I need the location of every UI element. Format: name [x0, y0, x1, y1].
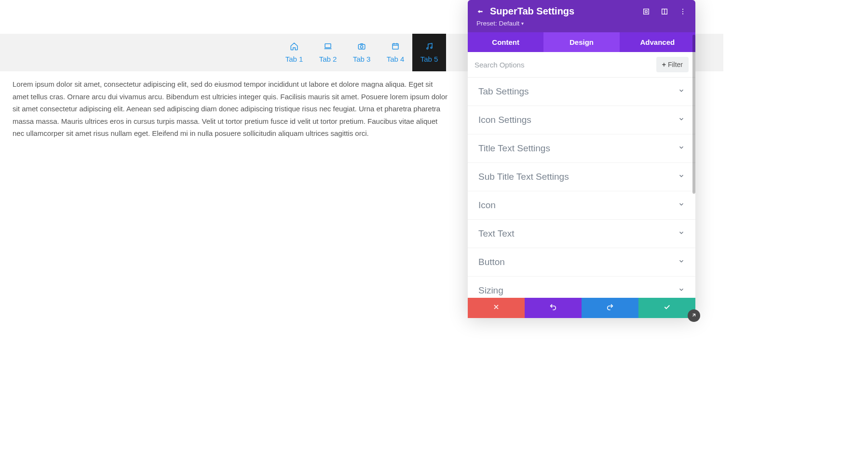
undo-button[interactable] — [525, 298, 582, 318]
back-icon[interactable] — [476, 8, 484, 15]
calendar-icon — [391, 42, 400, 52]
camera-icon — [357, 42, 366, 52]
svg-rect-0 — [325, 44, 331, 48]
save-button[interactable] — [638, 298, 695, 318]
home-icon — [290, 42, 298, 52]
filter-label: Filter — [668, 61, 683, 68]
panel-tabs: Content Design Advanced — [468, 32, 695, 52]
chevron-down-icon — [678, 144, 685, 153]
search-input[interactable] — [475, 61, 656, 69]
check-icon — [663, 303, 671, 313]
tab-label: Tab 4 — [387, 55, 405, 63]
section-icon-settings[interactable]: Icon Settings — [468, 106, 695, 134]
tab-label: Tab 2 — [319, 55, 337, 63]
section-title: Button — [478, 257, 505, 267]
chevron-down-icon — [678, 229, 685, 238]
preset-selector[interactable]: Preset: Default ▾ — [476, 20, 524, 27]
svg-rect-7 — [645, 11, 647, 13]
tab-content-body: Lorem ipsum dolor sit amet, consectetur … — [0, 71, 463, 146]
section-button[interactable]: Button — [468, 248, 695, 277]
redo-button[interactable] — [582, 298, 638, 318]
search-row: + Filter — [468, 52, 695, 78]
panel-title: SuperTab Settings — [490, 6, 637, 17]
tab-label: Tab 3 — [353, 55, 371, 63]
section-text-text[interactable]: Text Text — [468, 220, 695, 248]
tab-label: Tab 5 — [420, 55, 438, 63]
panel-tab-content[interactable]: Content — [468, 32, 543, 52]
section-title-text-settings[interactable]: Title Text Settings — [468, 134, 695, 163]
section-icon[interactable]: Icon — [468, 191, 695, 220]
section-title: Icon — [478, 200, 496, 211]
preset-label: Preset: Default — [476, 20, 519, 27]
svg-rect-1 — [358, 44, 365, 49]
chevron-down-icon — [678, 201, 685, 210]
expand-icon[interactable] — [642, 8, 650, 15]
section-title: Text Text — [478, 228, 515, 239]
more-icon[interactable] — [679, 8, 687, 15]
redo-icon — [606, 303, 614, 313]
chevron-down-icon — [678, 286, 685, 295]
svg-rect-3 — [393, 44, 398, 49]
section-title: Tab Settings — [478, 86, 529, 97]
section-tab-settings[interactable]: Tab Settings — [468, 78, 695, 106]
svg-point-11 — [682, 13, 683, 14]
close-icon — [493, 304, 500, 312]
svg-point-5 — [431, 47, 432, 49]
section-title: Title Text Settings — [478, 143, 550, 154]
svg-point-9 — [682, 9, 683, 10]
panel-tab-design[interactable]: Design — [543, 32, 619, 52]
undo-icon — [549, 303, 557, 313]
tab-3[interactable]: Tab 3 — [345, 34, 379, 71]
svg-point-10 — [682, 11, 683, 12]
section-subtitle-text-settings[interactable]: Sub Title Text Settings — [468, 163, 695, 191]
tab-1[interactable]: Tab 1 — [277, 34, 311, 71]
section-title: Icon Settings — [478, 115, 531, 125]
panel-tab-advanced[interactable]: Advanced — [620, 32, 695, 52]
svg-rect-6 — [644, 9, 649, 14]
chevron-down-icon — [678, 116, 685, 124]
columns-icon[interactable] — [661, 8, 668, 15]
chevron-down-icon — [678, 173, 685, 181]
svg-point-4 — [427, 48, 428, 49]
cancel-button[interactable] — [468, 298, 525, 318]
chevron-down-icon — [678, 87, 685, 96]
resize-handle[interactable] — [688, 309, 700, 322]
tab-label: Tab 1 — [285, 55, 303, 63]
caret-down-icon: ▾ — [521, 21, 524, 26]
section-title: Sub Title Text Settings — [478, 172, 569, 182]
tab-4[interactable]: Tab 4 — [379, 34, 412, 71]
panel-footer — [468, 298, 695, 318]
sections-list[interactable]: Tab Settings Icon Settings Title Text Se… — [468, 78, 695, 318]
laptop-icon — [324, 42, 332, 52]
resize-icon — [691, 311, 697, 320]
settings-panel: SuperTab Settings Preset: Default ▾ Cont… — [468, 0, 695, 318]
panel-header: SuperTab Settings Preset: Default ▾ — [468, 0, 695, 32]
tab-5[interactable]: Tab 5 — [412, 34, 446, 71]
plus-icon: + — [662, 61, 666, 68]
tab-2[interactable]: Tab 2 — [311, 34, 345, 71]
music-icon — [425, 42, 434, 52]
chevron-down-icon — [678, 258, 685, 266]
filter-button[interactable]: + Filter — [656, 57, 689, 72]
section-title: Sizing — [478, 285, 503, 296]
svg-point-2 — [360, 46, 363, 48]
